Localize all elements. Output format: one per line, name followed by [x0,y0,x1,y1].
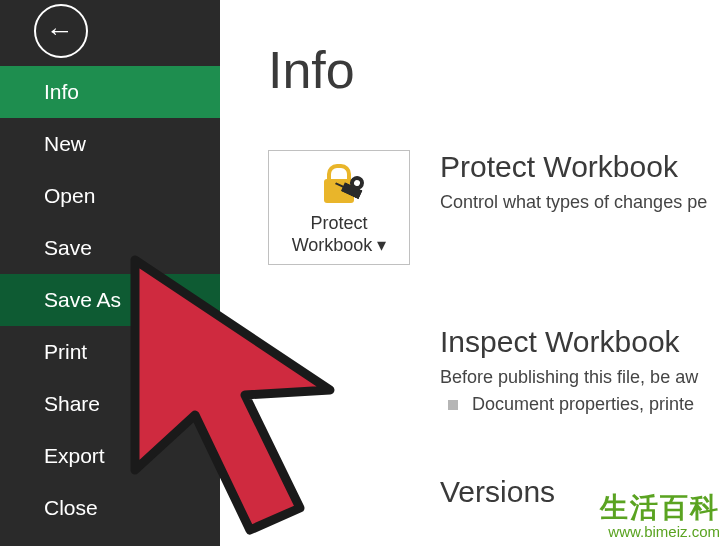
backstage-view: ← Info New Open Save Save As Print Share… [0,0,728,546]
sidebar-item-close[interactable]: Close [0,482,220,534]
protect-desc: Control what types of changes pe [440,192,728,213]
sidebar-item-share[interactable]: Share [0,378,220,430]
sidebar-item-open[interactable]: Open [0,170,220,222]
versions-section: Versions [268,475,728,517]
inspect-bullet: Document properties, printe [448,394,728,415]
versions-heading: Versions [440,475,728,509]
sidebar-item-save-as[interactable]: Save As [0,274,220,326]
protect-heading: Protect Workbook [440,150,728,184]
content-pane: Info Protect Workbook ▾ Protect Wor [220,0,728,546]
sidebar-item-export[interactable]: Export [0,430,220,482]
protect-workbook-button-label: Protect Workbook ▾ [273,213,405,256]
inspect-heading: Inspect Workbook [440,325,728,359]
sidebar-menu: Info New Open Save Save As Print Share E… [0,66,220,534]
lock-key-icon [273,161,405,207]
protect-section: Protect Workbook ▾ Protect Workbook Cont… [268,150,728,265]
inspect-section: Inspect Workbook Before publishing this … [268,325,728,415]
sidebar-item-print[interactable]: Print [0,326,220,378]
back-arrow-icon: ← [46,17,74,45]
back-button[interactable]: ← [34,4,88,58]
bullet-icon [448,400,458,410]
inspect-desc: Before publishing this file, be aw [440,367,728,388]
protect-workbook-button[interactable]: Protect Workbook ▾ [268,150,410,265]
sidebar-item-new[interactable]: New [0,118,220,170]
sidebar-item-save[interactable]: Save [0,222,220,274]
inspect-bullet-text: Document properties, printe [472,394,694,415]
backstage-sidebar: ← Info New Open Save Save As Print Share… [0,0,220,546]
sidebar-item-info[interactable]: Info [0,66,220,118]
page-title: Info [268,40,728,100]
